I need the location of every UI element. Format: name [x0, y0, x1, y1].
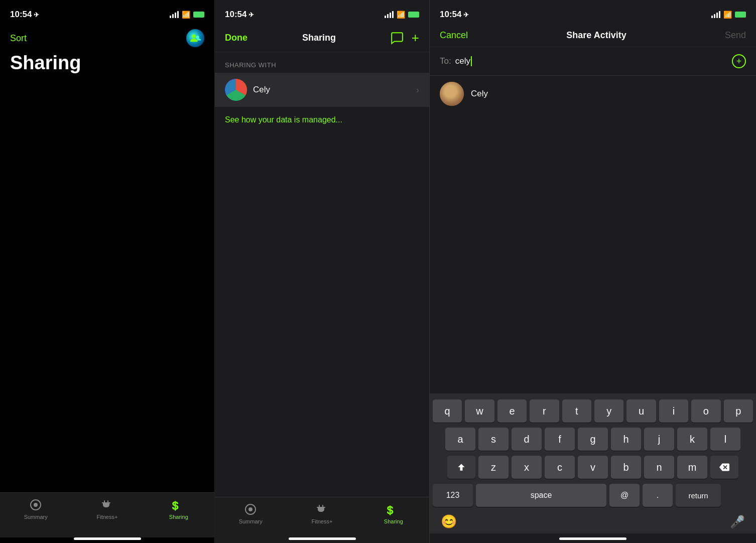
wifi-icon-2: 📶 [397, 11, 405, 19]
key-u[interactable]: u [626, 399, 656, 423]
tab2-sharing-label: Sharing [384, 518, 403, 524]
svg-text:$: $ [387, 504, 393, 516]
key-l[interactable]: l [710, 428, 740, 451]
suggestion-row-cely[interactable]: Cely [430, 76, 756, 112]
share-activity-title: Share Activity [566, 30, 626, 41]
key-123[interactable]: 123 [433, 484, 473, 507]
svg-point-6 [248, 507, 253, 511]
status-bar-3: 10:54 ✈ 📶 [430, 0, 756, 25]
key-t[interactable]: t [562, 399, 591, 423]
text-cursor [471, 56, 472, 66]
key-j[interactable]: j [644, 428, 674, 451]
fitness-tab-icon [100, 498, 114, 512]
signal-bars-3 [711, 11, 720, 18]
key-space[interactable]: space [476, 484, 606, 507]
done-button[interactable]: Done [225, 33, 247, 43]
key-d[interactable]: d [512, 428, 542, 451]
key-a[interactable]: a [445, 428, 475, 451]
key-s[interactable]: s [478, 428, 509, 451]
plane-icon-3: ✈ [463, 11, 469, 19]
svg-point-0 [192, 35, 196, 38]
key-e[interactable]: e [497, 399, 527, 423]
key-c[interactable]: c [545, 456, 575, 479]
plane-icon-2: ✈ [248, 11, 254, 19]
key-at[interactable]: @ [609, 484, 640, 507]
mic-button[interactable]: 🎤 [730, 515, 745, 529]
key-g[interactable]: g [578, 428, 608, 451]
add-icon[interactable]: + [412, 30, 419, 46]
emoji-button[interactable]: 😊 [441, 514, 457, 529]
key-w[interactable]: w [465, 399, 494, 423]
key-k[interactable]: k [677, 428, 707, 451]
signal-bars-2 [385, 11, 394, 18]
status-bar-1: 10:54 ✈ 📶 [0, 0, 214, 25]
status-icons-1: 📶 [170, 11, 204, 19]
home-indicator-3 [559, 537, 626, 540]
signal-bars-1 [170, 11, 179, 18]
tab2-fitness[interactable]: Fitness+ [297, 502, 347, 524]
tab-bar-2: Summary Fitness+ $ Sharing [215, 497, 429, 543]
contact-info: Cely [225, 79, 270, 101]
suggestion-name: Cely [471, 89, 488, 99]
home-indicator-1 [74, 537, 141, 540]
time-display-2: 10:54 ✈ [225, 10, 254, 20]
tab2-sharing[interactable]: $ Sharing [368, 502, 419, 524]
svg-text:$: $ [172, 499, 178, 511]
key-m[interactable]: m [677, 456, 707, 479]
delete-key[interactable] [710, 456, 738, 479]
sharing-with-label: SHARING WITH [215, 52, 429, 73]
panel-sharing-main: 10:54 ✈ 📶 Sort Sharing [0, 0, 215, 543]
time-text-1: 10:54 [10, 10, 32, 20]
status-bar-2: 10:54 ✈ 📶 [215, 0, 429, 25]
message-icon[interactable] [391, 32, 404, 45]
key-o[interactable]: o [691, 399, 720, 423]
key-q[interactable]: q [433, 399, 462, 423]
tab-fitness[interactable]: Fitness+ [82, 498, 132, 520]
tab2-summary-icon [243, 502, 258, 516]
shift-key[interactable] [447, 456, 475, 479]
key-p[interactable]: p [724, 399, 753, 423]
key-return[interactable]: return [676, 484, 721, 507]
panel1-title-section: Sharing [0, 50, 214, 74]
keyboard-emoji-row: 😊 🎤 [433, 510, 753, 530]
panel1-content-area [0, 74, 214, 492]
tab2-summary-label: Summary [239, 518, 263, 524]
tab2-sharing-icon: $ [387, 502, 401, 516]
tab2-fitness-label: Fitness+ [312, 518, 333, 524]
key-h[interactable]: h [611, 428, 641, 451]
key-r[interactable]: r [530, 399, 559, 423]
key-v[interactable]: v [578, 456, 608, 479]
keyboard-bottom-row: 123 space @ . return [433, 484, 753, 507]
battery-icon-2 [408, 12, 419, 18]
key-b[interactable]: b [611, 456, 641, 479]
to-value-text: cely [455, 56, 470, 66]
send-button[interactable]: Send [725, 30, 746, 41]
key-x[interactable]: x [512, 456, 542, 479]
key-i[interactable]: i [659, 399, 688, 423]
data-management-link[interactable]: See how your data is managed... [215, 107, 429, 132]
key-f[interactable]: f [545, 428, 575, 451]
tab-fitness-label: Fitness+ [97, 514, 118, 520]
key-dot[interactable]: . [643, 484, 673, 507]
suggestion-avatar [440, 82, 464, 106]
tab-sharing[interactable]: $ Sharing [154, 498, 204, 520]
tab-summary[interactable]: Summary [11, 498, 61, 520]
key-y[interactable]: y [594, 399, 623, 423]
contact-row-cely[interactable]: Cely › [215, 73, 429, 107]
to-input[interactable]: cely [455, 56, 732, 67]
page-title-1: Sharing [10, 52, 204, 74]
key-n[interactable]: n [644, 456, 674, 479]
home-indicator-2 [289, 537, 356, 540]
cancel-button[interactable]: Cancel [440, 30, 468, 41]
sharing-avatar-icon[interactable] [186, 29, 204, 47]
tab2-fitness-icon [315, 502, 329, 516]
time-display-1: 10:54 ✈ [10, 10, 39, 20]
tab-bar-1: Summary Fitness+ $ Sharing [0, 492, 214, 537]
panel1-header: Sort [0, 25, 214, 50]
add-recipient-button[interactable]: + [732, 54, 746, 68]
tab2-summary[interactable]: Summary [225, 502, 276, 524]
keyboard-row-2: a s d f g h j k l [433, 428, 753, 451]
contact-avatar [225, 79, 247, 101]
key-z[interactable]: z [478, 456, 509, 479]
sort-button[interactable]: Sort [10, 33, 27, 44]
